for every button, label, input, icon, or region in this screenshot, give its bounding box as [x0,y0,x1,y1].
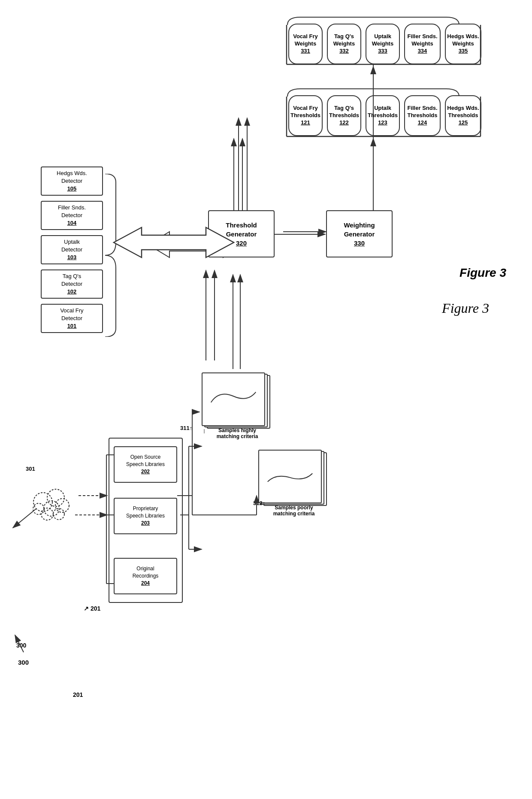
svg-point-28 [55,499,69,512]
weight-hedgs-wds: Hedgs Wds. Weights 335 [445,24,481,64]
weight-tag-qs: Tag Q's Weights 332 [327,24,361,64]
thresh-vocal-fry: Vocal Fry Thresholds 121 [288,95,323,136]
svg-point-26 [47,489,64,506]
weight-filler-snds: Filler Snds. Weights 334 [404,24,441,64]
label-201: ↗ 201 [84,605,100,612]
detector-vocal-fry: Vocal Fry Detector 101 [41,304,103,333]
ref-312: 312↑ [253,500,265,506]
svg-point-29 [41,508,53,520]
samples-low-stack: Samples poorlymatching criteria [257,450,328,510]
detector-hedgs-wds: Hedgs Wds. Detector 105 [41,166,103,196]
label-300: 300 [18,659,29,666]
ref-311: 311↑ [180,425,192,431]
svg-point-31 [33,503,44,515]
figure-3-label: Figure 3 [442,300,489,316]
ref-301: 301 [26,466,35,472]
thresh-hedgs-wds: Hedgs Wds. Thresholds 125 [445,95,481,136]
svg-point-30 [53,508,64,520]
detector-uptalk: Uptalk Detector 103 [41,235,103,264]
thresh-uptalk: Uptalk Thresholds 123 [366,95,400,136]
weight-vocal-fry: Vocal Fry Weights 331 [288,24,323,64]
diagram-container: Figure 3 300 201 Vocal Fry Weights 331 T… [0,0,532,799]
thresh-tag-qs: Tag Q's Thresholds 122 [327,95,361,136]
figure-label: Figure 3 [459,266,506,280]
weight-uptalk: Uptalk Weights 333 [366,24,400,64]
ref-300: 300 [16,642,26,649]
cloud-cluster [24,468,79,524]
threshold-generator: Threshold Generator 320 [208,210,275,257]
samples-high-stack: Samples highlymatching criteria [201,372,272,433]
detector-filler-snds: Filler Snds. Detector 104 [41,201,103,230]
detector-tag-qs: Tag Q's Detector 102 [41,269,103,299]
weighting-generator: Weighting Generator 330 [326,210,393,257]
source-proprietary: Proprietary Speech Libraries 203 [114,498,177,534]
source-original: Original Recordings 204 [114,558,177,594]
ref-201: 201 [73,691,83,698]
detector-bracket [103,174,120,337]
source-open: Open Source Speech Libraries 202 [114,446,177,483]
thresh-filler-snds: Filler Snds. Thresholds 124 [404,95,441,136]
